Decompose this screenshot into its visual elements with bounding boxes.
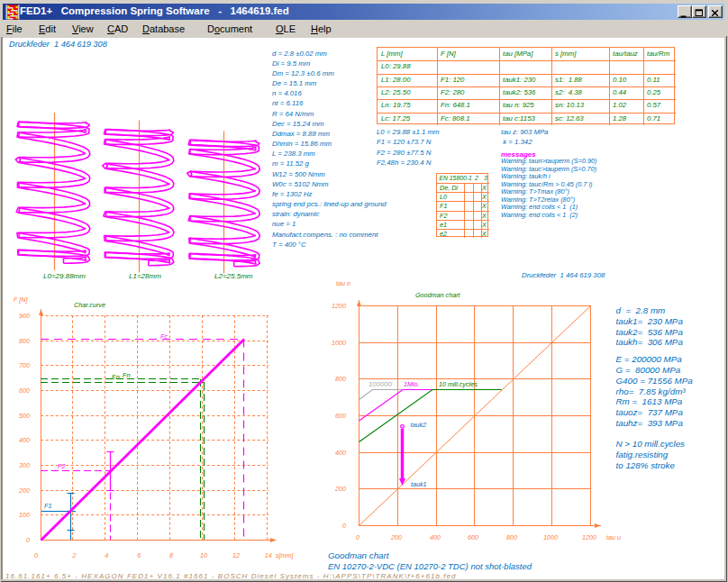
svg-text:600: 600	[335, 412, 346, 420]
svg-text:tau o: tau o	[336, 279, 350, 287]
svg-text:En: En	[112, 373, 120, 381]
svg-text:1000: 1000	[543, 533, 558, 541]
svg-text:700: 700	[19, 361, 30, 369]
svg-text:Fc: Fc	[160, 332, 168, 341]
svg-text:6: 6	[137, 551, 141, 559]
svg-text:tauk2: tauk2	[411, 421, 427, 429]
svg-text:100000: 100000	[369, 380, 393, 388]
svg-text:0: 0	[342, 522, 346, 530]
svg-text:F [N]: F [N]	[14, 296, 28, 304]
svg-text:800: 800	[506, 533, 517, 541]
svg-text:1Mio.: 1Mio.	[404, 380, 420, 388]
svg-text:8: 8	[169, 551, 173, 559]
svg-text:Fn: Fn	[123, 371, 130, 379]
svg-text:100: 100	[19, 511, 30, 519]
svg-text:s[mm]: s[mm]	[276, 551, 295, 559]
svg-text:1000: 1000	[332, 339, 346, 347]
svg-text:800: 800	[335, 375, 346, 383]
svg-text:1200: 1200	[332, 302, 346, 310]
svg-text:10: 10	[200, 551, 207, 559]
svg-text:tau u: tau u	[606, 533, 621, 541]
svg-text:12: 12	[232, 551, 240, 559]
svg-text:500: 500	[19, 412, 30, 420]
svg-text:10 mill.cycles: 10 mill.cycles	[439, 380, 478, 388]
svg-text:200: 200	[18, 487, 30, 495]
svg-text:600: 600	[19, 386, 30, 395]
svg-text:14: 14	[265, 551, 272, 559]
svg-text:900: 900	[19, 312, 30, 320]
svg-text:400: 400	[335, 449, 346, 457]
svg-text:400: 400	[19, 436, 30, 444]
svg-text:300: 300	[19, 461, 30, 469]
svg-text:200: 200	[390, 533, 402, 541]
svg-text:0: 0	[356, 533, 359, 541]
svg-text:0: 0	[34, 551, 38, 559]
svg-text:800: 800	[19, 337, 30, 345]
svg-text:4: 4	[105, 551, 108, 559]
svg-text:600: 600	[468, 533, 478, 541]
svg-text:0: 0	[26, 536, 30, 544]
svg-text:Char.curve: Char.curve	[74, 301, 105, 309]
svg-text:F1: F1	[44, 502, 51, 510]
svg-text:200: 200	[334, 485, 346, 493]
svg-text:1200: 1200	[582, 533, 596, 541]
svg-text:400: 400	[430, 533, 441, 541]
svg-text:F2: F2	[58, 462, 65, 470]
svg-text:Goodman chart: Goodman chart	[415, 291, 461, 299]
svg-text:2: 2	[71, 551, 76, 559]
svg-text:tauk1: tauk1	[411, 480, 427, 488]
